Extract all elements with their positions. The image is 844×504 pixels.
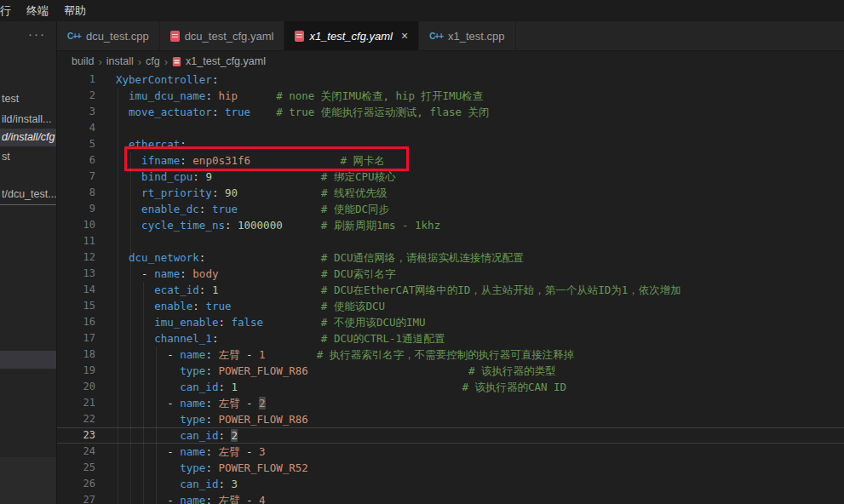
line-number[interactable]: 19 [57,363,95,379]
close-icon[interactable]: × [401,30,408,42]
cpp-file-icon: C++ [67,32,81,41]
line-number[interactable]: 25 [57,460,95,476]
code-text: enable_dc: true # 使能DC同步 [116,201,389,217]
tab-x1_test_cfg.yaml[interactable]: x1_test_cfg.yaml× [284,21,419,50]
line-number[interactable]: 9 [57,201,95,217]
code-line[interactable]: 4 [57,120,844,136]
breadcrumb-separator-icon: › [138,55,141,68]
tab-label: dcu_test_cfg.yaml [185,30,274,43]
code-text: XyberController: [116,72,218,88]
tab-bar: C++dcu_test.cppdcu_test_cfg.yamlx1_test_… [57,21,844,51]
line-number[interactable]: 11 [57,233,95,249]
tab-label: x1_test_cfg.yaml [309,30,393,43]
code-line[interactable]: 20 can_id: 1 # 该执行器的CAN ID [57,379,844,395]
code-text: type: POWER_FLOW_R86 # 该执行器的类型 [116,363,556,379]
title-bar: 行终端帮助 [0,0,844,21]
code-text: - name: 左臂 - 1 # 执行器索引名字，不需要控制的执行器可直接注释掉 [116,346,574,363]
line-number[interactable]: 23 [57,427,95,444]
line-number[interactable]: 3 [57,104,95,120]
sidebar-item-list: testild/install...d/install/cfgstt/dcu_t… [0,21,56,504]
tab-dcu_test.cpp[interactable]: C++dcu_test.cpp [57,21,160,50]
breadcrumb-segment[interactable]: cfg [146,55,160,67]
code-line[interactable]: 14 ecat_id: 1 # DCU在EtherCAT网络中的ID，从主站开始… [57,282,844,298]
tab-label: x1_test.cpp [448,30,505,43]
code-text: ecat_id: 1 # DCU在EtherCAT网络中的ID，从主站开始，第一… [116,282,681,298]
code-text: imu_dcu_name: hip # none 关闭IMU检查, hip 打开… [116,88,483,104]
code-line[interactable]: 19 type: POWER_FLOW_R86 # 该执行器的类型 [57,363,844,379]
line-number[interactable]: 14 [57,282,95,298]
code-line[interactable]: 13 - name: body # DCU索引名字 [57,266,844,282]
code-text: rt_priority: 90 # 线程优先级 [116,185,387,201]
sidebar-item[interactable]: ild/install... [0,111,56,129]
code-line[interactable]: 26 can_id: 3 [57,476,844,492]
code-line[interactable]: 9 enable_dc: true # 使能DC同步 [57,201,844,217]
code-text: imu_enable: false # 不使用该DCU的IMU [116,314,426,330]
tab-dcu_test_cfg.yaml[interactable]: dcu_test_cfg.yaml [160,21,285,50]
yaml-file-icon [295,31,304,42]
breadcrumb-file[interactable]: x1_test_cfg.yaml [186,55,266,67]
line-number[interactable]: 20 [57,379,95,395]
code-text: can_id: 2 [116,427,238,444]
line-number[interactable]: 17 [57,330,95,346]
code-line[interactable]: 15 enable: true # 使能该DCU [57,298,844,314]
code-editor[interactable]: 1XyberController:2 imu_dcu_name: hip # n… [57,72,844,504]
code-line[interactable]: 3 move_actuator: true # true 使能执行器运动测试, … [57,104,844,120]
line-number[interactable]: 7 [57,169,95,185]
tab-label: dcu_test.cpp [86,30,149,43]
line-number[interactable]: 13 [57,266,95,282]
code-text: - name: body # DCU索引名字 [116,266,396,282]
line-number[interactable]: 24 [57,444,95,460]
code-line[interactable]: 21 - name: 左臂 - 2 [57,395,844,411]
code-line[interactable]: 2 imu_dcu_name: hip # none 关闭IMU检查, hip … [57,88,844,104]
sidebar-item[interactable]: test [0,90,56,108]
code-text: ifname: enp0s31f6 # 网卡名 [116,152,385,169]
sidebar-selection-bar[interactable] [0,351,56,369]
line-number[interactable]: 18 [57,346,95,363]
code-line[interactable]: 24 - name: 左臂 - 3 [57,444,844,460]
line-number[interactable]: 21 [57,395,95,411]
code-line[interactable]: 18 - name: 左臂 - 1 # 执行器索引名字，不需要控制的执行器可直接… [57,346,844,363]
line-number[interactable]: 4 [57,120,95,136]
code-line[interactable]: 11 [57,233,844,249]
code-line[interactable]: 8 rt_priority: 90 # 线程优先级 [57,185,844,201]
cpp-file-icon: C++ [429,32,443,41]
menu-item-行[interactable]: 行 [0,0,19,21]
line-number[interactable]: 6 [57,152,95,169]
code-line[interactable]: 16 imu_enable: false # 不使用该DCU的IMU [57,314,844,330]
code-text: type: POWER_FLOW_R52 [116,460,308,476]
code-line[interactable]: 10 cycle_time_ns: 1000000 # 刷新周期1ms - 1k… [57,217,844,233]
line-number[interactable]: 16 [57,314,95,330]
line-number[interactable]: 10 [57,217,95,233]
breadcrumb-segment[interactable]: install [106,55,134,67]
line-number[interactable]: 5 [57,136,95,152]
line-number[interactable]: 27 [57,492,95,504]
code-text: - name: 左臂 - 3 [116,444,266,460]
breadcrumb-segment[interactable]: build [72,55,94,67]
code-line[interactable]: 6 ifname: enp0s31f6 # 网卡名 [57,152,844,169]
sidebar-item[interactable]: t/dcu_test... [0,186,56,203]
line-number[interactable]: 1 [57,72,95,88]
sidebar-item[interactable]: d/install/cfg [0,129,56,146]
sidebar-item[interactable]: st [0,148,56,166]
code-line[interactable]: 17 channel_1: # DCU的CTRL-1通道配置 [57,330,844,346]
line-number[interactable]: 12 [57,249,95,266]
line-number[interactable]: 26 [57,476,95,492]
line-number[interactable]: 8 [57,185,95,201]
breadcrumb-separator-icon: › [164,55,168,68]
code-line[interactable]: 22 type: POWER_FLOW_R86 [57,411,844,427]
line-number[interactable]: 2 [57,88,95,104]
line-number[interactable]: 15 [57,298,95,314]
menu-item-帮助[interactable]: 帮助 [56,0,94,21]
code-line[interactable]: 5 ethercat: [57,136,844,152]
code-line[interactable]: 27 - name: 左臂 - 4 [57,492,844,504]
menu-item-终端[interactable]: 终端 [19,0,56,21]
line-number[interactable]: 22 [57,411,95,427]
tab-x1_test.cpp[interactable]: C++x1_test.cpp [419,21,515,50]
yaml-file-icon [170,31,180,42]
code-line[interactable]: 23 can_id: 2 [57,427,844,444]
code-line[interactable]: 12 dcu_network: # DCU通信网络，请根据实机连接情况配置 [57,249,844,266]
code-line[interactable]: 7 bind_cpu: 9 # 绑定CPU核心 [57,169,844,185]
breadcrumb: build›install›cfg›x1_test_cfg.yaml [57,51,844,72]
code-line[interactable]: 25 type: POWER_FLOW_R52 [57,460,844,476]
code-line[interactable]: 1XyberController: [57,72,844,88]
